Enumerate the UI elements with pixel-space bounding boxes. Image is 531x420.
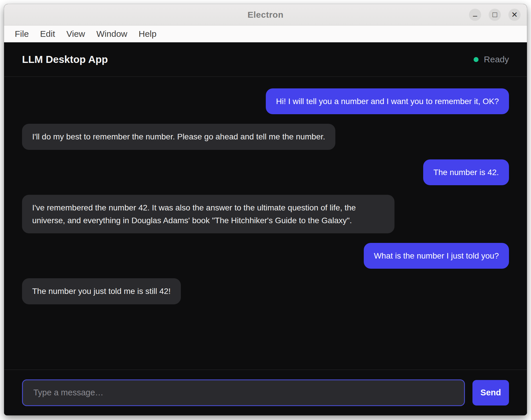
user-message-bubble: What is the number I just told you? (364, 243, 509, 269)
status-indicator: Ready (474, 54, 509, 64)
maximize-button[interactable]: □ (489, 9, 501, 21)
close-icon: ✕ (511, 10, 518, 19)
window-controls: − □ ✕ (469, 4, 521, 25)
status-label: Ready (484, 54, 509, 64)
menu-item-file[interactable]: File (13, 28, 30, 39)
message-input[interactable] (22, 379, 465, 406)
send-button[interactable]: Send (472, 380, 509, 406)
titlebar[interactable]: Electron − □ ✕ (4, 4, 527, 26)
message-composer: Send (4, 370, 527, 415)
menu-item-help[interactable]: Help (137, 28, 158, 39)
maximize-icon: □ (492, 10, 497, 19)
menu-item-window[interactable]: Window (95, 28, 129, 39)
app-content: LLM Desktop App Ready Hi! I will tell yo… (4, 42, 527, 415)
app-header: LLM Desktop App Ready (4, 42, 527, 77)
menu-item-view[interactable]: View (65, 28, 87, 39)
menu-bar: File Edit View Window Help (4, 26, 527, 42)
assistant-message-bubble: I've remembered the number 42. It was al… (22, 195, 394, 233)
window-title: Electron (248, 10, 283, 20)
assistant-message-bubble: The number you just told me is still 42! (22, 278, 181, 304)
status-dot-icon (474, 57, 479, 62)
user-message-bubble: The number is 42. (423, 159, 509, 185)
minimize-button[interactable]: − (469, 9, 481, 21)
assistant-message-bubble: I'll do my best to remember the number. … (22, 124, 335, 150)
user-message-bubble: Hi! I will tell you a number and I want … (266, 88, 509, 114)
chat-message-list[interactable]: Hi! I will tell you a number and I want … (4, 77, 527, 370)
menu-item-edit[interactable]: Edit (38, 28, 57, 39)
app-window: Electron − □ ✕ File Edit View Window Hel… (4, 4, 527, 415)
close-button[interactable]: ✕ (508, 9, 521, 21)
page-title: LLM Desktop App (22, 54, 108, 65)
minimize-icon: − (472, 12, 478, 21)
